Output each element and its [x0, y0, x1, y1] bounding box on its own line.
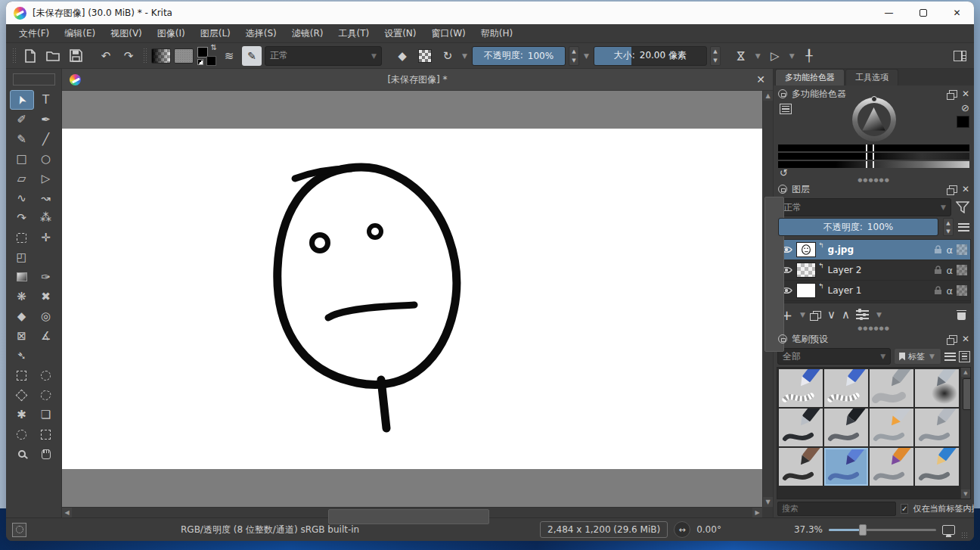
layer-alpha-icon[interactable]: α [946, 265, 953, 276]
maximize-button[interactable] [906, 2, 940, 24]
toolbar-drag-handle[interactable] [143, 48, 147, 64]
brush-preset-detail-brush[interactable] [870, 448, 913, 486]
layer-options-menu-icon[interactable] [958, 223, 969, 231]
swap-colors-icon[interactable]: ⇅ [211, 43, 217, 51]
toolbar-drag-handle[interactable] [12, 48, 16, 64]
brush-preset-ink-pen[interactable] [779, 409, 823, 446]
preset-menu-icon[interactable] [944, 353, 956, 361]
layer-filter-icon[interactable] [956, 201, 969, 213]
tool-freehand-brush[interactable]: ✎ [10, 129, 34, 149]
tool-calligraphy[interactable]: ✒ [34, 110, 58, 129]
close-button[interactable]: ✕ [940, 2, 974, 24]
brush-preset-marker[interactable] [824, 409, 868, 446]
layer-blending-mode-dropdown[interactable]: 正常 ▼ [778, 198, 951, 216]
layer-properties-button[interactable] [856, 310, 869, 319]
brush-preset-pencil[interactable] [915, 448, 959, 486]
tool-bezier-curve[interactable]: ∿ [10, 188, 34, 208]
brush-preset-eraser-soft[interactable] [870, 369, 913, 407]
workspace-chooser-button[interactable] [950, 46, 969, 66]
eraser-mode-button[interactable]: ◆ [392, 46, 412, 66]
open-document-button[interactable] [43, 46, 63, 66]
chevron-down-icon[interactable]: ▼ [788, 52, 796, 60]
tool-freehand-path[interactable]: ↝ [34, 188, 58, 208]
brush-preset-dark-brush[interactable] [779, 448, 823, 486]
tool-magnetic-select[interactable] [34, 424, 58, 444]
save-button[interactable] [66, 46, 85, 66]
inherit-alpha-icon[interactable] [957, 244, 967, 255]
hscroll-thumb[interactable] [328, 509, 489, 524]
brush-preset-block-eraser[interactable] [779, 369, 823, 407]
new-document-button[interactable] [20, 46, 40, 66]
size-spinner[interactable]: ▲▼ [710, 46, 721, 66]
redo-button[interactable]: ↷ [119, 46, 138, 66]
close-docker-icon[interactable]: ✕ [962, 185, 969, 194]
background-color-swatch[interactable] [206, 56, 216, 66]
tool-enclose-fill[interactable]: ◎ [34, 306, 58, 326]
opacity-slider[interactable]: 不透明度:100% [472, 46, 566, 66]
undo-button[interactable]: ↶ [96, 46, 116, 66]
menu-item-5[interactable]: 选择(S) [239, 25, 284, 42]
hue-knob[interactable] [871, 96, 877, 102]
preset-view-mode-icon[interactable] [959, 351, 970, 362]
tool-similar-color-select[interactable]: ❏ [34, 405, 58, 424]
tool-similar-select[interactable]: ✱ [10, 405, 34, 424]
fit-to-screen-icon[interactable] [942, 525, 955, 535]
brush-size-slider[interactable]: 大小:20.00 像素 [594, 46, 707, 66]
horizontal-scrollbar[interactable]: ◀ ▶ [62, 507, 762, 517]
layer-alpha-icon[interactable]: α [946, 285, 953, 297]
color-triangle[interactable] [859, 104, 889, 135]
menu-item-6[interactable]: 滤镜(R) [285, 25, 330, 42]
selection-display-icon[interactable] [12, 523, 26, 537]
tool-smart-patch[interactable]: ❋ [10, 287, 34, 306]
brush-option-slider-icon[interactable]: ≋ [219, 46, 239, 66]
layer-row-layer2[interactable]: ↰ Layer 2 α [777, 260, 970, 281]
reset-colors-icon[interactable] [197, 59, 203, 65]
tool-crop[interactable]: ◰ [10, 247, 34, 267]
zoom-slider-thumb[interactable] [859, 524, 867, 536]
scroll-up-icon[interactable]: ▲ [961, 368, 970, 377]
docker-splitter[interactable]: ●●●●●● [774, 178, 974, 182]
tab-tool-options[interactable]: 工具选项 [845, 69, 898, 85]
close-document-icon[interactable]: ✕ [756, 73, 765, 85]
chevron-down-icon[interactable]: ▼ [799, 311, 807, 319]
refresh-color-history-icon[interactable]: ↺ [780, 168, 788, 178]
minimize-button[interactable]: — [872, 2, 906, 24]
lock-docker-icon[interactable] [778, 185, 787, 194]
preset-scrollbar[interactable]: ▲ ▼ [960, 368, 970, 499]
tool-edit-shapes[interactable]: ✐ [10, 110, 34, 129]
opacity-spinner[interactable]: ▲▼ [569, 46, 579, 66]
layer-opacity-slider[interactable]: 不透明度:100% [778, 218, 938, 236]
tool-assistants[interactable]: ➴ [10, 346, 34, 365]
tool-zoom[interactable] [10, 444, 34, 464]
tool-transform[interactable] [10, 228, 34, 247]
layer-row-layer1[interactable]: ↰ Layer 1 α [777, 281, 970, 301]
float-docker-icon[interactable] [949, 90, 957, 98]
menu-item-10[interactable]: 帮助(H) [474, 25, 519, 42]
delete-layer-button[interactable] [957, 310, 966, 320]
preserve-alpha-button[interactable] [415, 46, 435, 66]
layer-opacity-spinner[interactable]: ▲▼ [943, 218, 954, 236]
tool-line[interactable]: ╱ [34, 129, 58, 149]
float-docker-icon[interactable] [949, 335, 957, 343]
lock-docker-icon[interactable] [778, 89, 787, 98]
color-wheel[interactable] [852, 98, 896, 141]
tool-rectangle[interactable]: □ [10, 149, 34, 169]
pattern-chooser[interactable] [174, 48, 194, 64]
tool-polyline[interactable]: ▷ [34, 169, 58, 188]
reload-preset-button[interactable]: ↻ [438, 46, 457, 66]
tool-polygon[interactable]: ▱ [10, 169, 34, 188]
tool-select-shapes[interactable]: ➤ [10, 90, 34, 110]
inherit-alpha-icon[interactable] [957, 285, 967, 296]
tab-advanced-color-selector[interactable]: 多功能拾色器 [775, 69, 845, 85]
scroll-up-icon[interactable]: ▲ [763, 91, 773, 101]
menu-item-9[interactable]: 窗口(W) [425, 25, 473, 42]
tool-multibrush[interactable]: ⁂ [34, 208, 58, 228]
tool-move[interactable]: ✛ [34, 228, 58, 247]
tag-button[interactable]: 标签 ▼ [894, 348, 941, 365]
menu-item-7[interactable]: 工具(T) [331, 25, 376, 42]
tool-ellipse-select[interactable] [34, 365, 58, 385]
wrap-around-mode-button[interactable]: ╀ [799, 46, 819, 66]
canvas[interactable] [62, 129, 762, 469]
no-color-icon[interactable]: ⊘ [961, 102, 969, 113]
blending-mode-dropdown[interactable]: 正常 ▼ [265, 46, 382, 66]
